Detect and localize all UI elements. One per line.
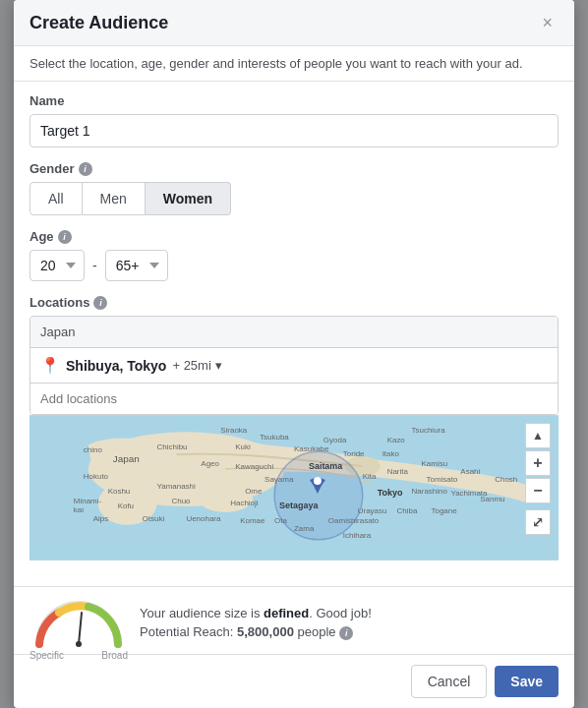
name-section: Name xyxy=(29,93,559,148)
name-label: Name xyxy=(29,93,559,108)
close-button[interactable]: × xyxy=(536,12,559,33)
svg-text:Kita: Kita xyxy=(363,472,377,481)
age-dash: - xyxy=(92,258,97,273)
svg-point-51 xyxy=(274,451,363,540)
svg-text:Uenohara: Uenohara xyxy=(186,514,221,523)
audience-size-text: Your audience size is defined. Good job! xyxy=(140,606,559,620)
reach-info-icon[interactable]: i xyxy=(339,626,353,640)
svg-text:Siraoka: Siraoka xyxy=(220,426,248,435)
svg-line-54 xyxy=(79,613,82,644)
svg-text:Alps: Alps xyxy=(93,514,109,523)
radius-chevron-icon[interactable]: ▾ xyxy=(215,358,222,373)
svg-point-55 xyxy=(76,641,82,647)
svg-text:Kofu: Kofu xyxy=(118,502,134,510)
svg-text:Kamisu: Kamisu xyxy=(422,459,448,468)
gender-info-icon[interactable]: i xyxy=(79,162,92,176)
location-item: 📍 Shibuya, Tokyo + 25mi ▾ xyxy=(30,348,558,384)
create-audience-modal: Create Audience × Select the location, a… xyxy=(14,0,574,708)
locations-info-icon[interactable]: i xyxy=(93,296,107,310)
svg-text:Gyoda: Gyoda xyxy=(323,436,347,444)
svg-text:Tokyo: Tokyo xyxy=(378,488,403,498)
svg-text:Kawaguchi: Kawaguchi xyxy=(235,462,273,471)
svg-text:Hachioji: Hachioji xyxy=(230,499,259,507)
svg-text:Koshu: Koshu xyxy=(108,487,131,496)
gender-btn-women[interactable]: Women xyxy=(146,182,231,215)
locations-box: Japan 📍 Shibuya, Tokyo + 25mi ▾ xyxy=(29,316,559,415)
modal-header: Create Audience × xyxy=(14,0,574,46)
svg-text:Narita: Narita xyxy=(387,467,409,476)
age-min-select[interactable]: 20 13 18 25 xyxy=(29,250,85,281)
svg-text:Chuo: Chuo xyxy=(171,497,191,505)
modal-body: Name Gender i All Men Women Age xyxy=(14,82,574,586)
svg-point-53 xyxy=(314,477,322,485)
svg-text:Urayasu: Urayasu xyxy=(358,506,387,515)
gender-label: Gender i xyxy=(29,161,559,176)
gauge-svg xyxy=(29,595,128,650)
svg-text:Japan: Japan xyxy=(113,453,140,464)
modal-footer: Cancel Save xyxy=(14,654,574,708)
location-pin-icon: 📍 xyxy=(40,356,60,375)
age-controls: 20 13 18 25 - 65+ 18 25 65 xyxy=(29,250,559,281)
gender-section: Gender i All Men Women xyxy=(29,161,559,215)
cancel-button[interactable]: Cancel xyxy=(411,665,488,698)
modal-title: Create Audience xyxy=(29,13,168,33)
svg-text:Chiba: Chiba xyxy=(397,506,418,515)
svg-text:chino: chino xyxy=(84,445,103,454)
svg-text:Chosh: Chosh xyxy=(495,475,517,484)
location-radius: + 25mi ▾ xyxy=(172,358,221,373)
modal-description: Select the location, age, gender and int… xyxy=(14,46,574,82)
svg-text:Tsukuba: Tsukuba xyxy=(260,433,289,442)
svg-text:Otsuki: Otsuki xyxy=(143,514,165,523)
svg-text:Narashino: Narashino xyxy=(412,487,448,496)
svg-text:Ageo: Ageo xyxy=(201,459,219,468)
broad-label: Broad xyxy=(101,650,128,661)
modal-overlay: Create Audience × Select the location, a… xyxy=(0,0,588,708)
map-svg: Japan chino Hokuto Koshu Minami-kai Kofu… xyxy=(29,415,559,560)
svg-text:Togane: Togane xyxy=(431,506,457,515)
meter-row: Specific Broad Your audience size is def… xyxy=(29,595,559,650)
map-controls: ▲ + − ⤢ xyxy=(525,423,551,535)
svg-text:Asahi: Asahi xyxy=(460,467,480,476)
age-info-icon[interactable]: i xyxy=(58,230,72,244)
location-name: Shibuya, Tokyo xyxy=(66,358,166,374)
reach-value: 5,800,000 xyxy=(237,624,294,639)
gauge-labels: Specific Broad xyxy=(29,650,128,661)
audience-info: Your audience size is defined. Good job!… xyxy=(128,606,559,640)
svg-text:Toride: Toride xyxy=(343,449,365,458)
svg-text:Kuki: Kuki xyxy=(235,442,251,451)
age-max-select[interactable]: 65+ 18 25 65 xyxy=(105,250,168,281)
svg-text:Komae: Komae xyxy=(240,516,265,525)
age-section: Age i 20 13 18 25 - 65+ 18 25 65 xyxy=(29,229,559,281)
locations-section: Locations i Japan 📍 Shibuya, Tokyo + 25m… xyxy=(29,295,559,560)
name-input[interactable] xyxy=(29,114,559,148)
map-expand-button[interactable]: ⤢ xyxy=(525,509,551,535)
age-label: Age i xyxy=(29,229,559,244)
map-zoom-out-button[interactable]: − xyxy=(525,478,551,503)
map-container: Japan chino Hokuto Koshu Minami-kai Kofu… xyxy=(29,415,559,560)
gender-btn-all[interactable]: All xyxy=(29,182,83,215)
svg-text:Tsuchiura: Tsuchiura xyxy=(412,426,446,435)
svg-text:Sanmu: Sanmu xyxy=(480,495,504,503)
audience-defined: defined xyxy=(264,606,309,620)
svg-text:Ichihara: Ichihara xyxy=(343,531,372,540)
audience-meter: Specific Broad Your audience size is def… xyxy=(14,586,574,654)
location-country: Japan xyxy=(30,317,558,348)
svg-text:Tomisato: Tomisato xyxy=(426,475,457,484)
potential-reach-text: Potential Reach: 5,800,000 people i xyxy=(140,624,559,640)
svg-text:Chichibu: Chichibu xyxy=(157,442,188,451)
save-button[interactable]: Save xyxy=(495,666,559,697)
svg-text:Hokuto: Hokuto xyxy=(84,472,109,481)
svg-text:Yamanashi: Yamanashi xyxy=(157,482,197,491)
add-location-input[interactable] xyxy=(30,384,558,414)
svg-text:Kazo: Kazo xyxy=(387,436,406,444)
svg-text:Ome: Ome xyxy=(245,487,263,496)
gauge-container: Specific Broad xyxy=(29,595,128,650)
svg-text:Itako: Itako xyxy=(382,449,400,458)
map-scroll-up-button[interactable]: ▲ xyxy=(525,423,551,448)
locations-label: Locations i xyxy=(29,295,559,310)
gender-btn-men[interactable]: Men xyxy=(83,182,146,215)
gender-button-group: All Men Women xyxy=(29,182,559,215)
map-zoom-in-button[interactable]: + xyxy=(525,450,551,476)
specific-label: Specific xyxy=(29,650,64,661)
